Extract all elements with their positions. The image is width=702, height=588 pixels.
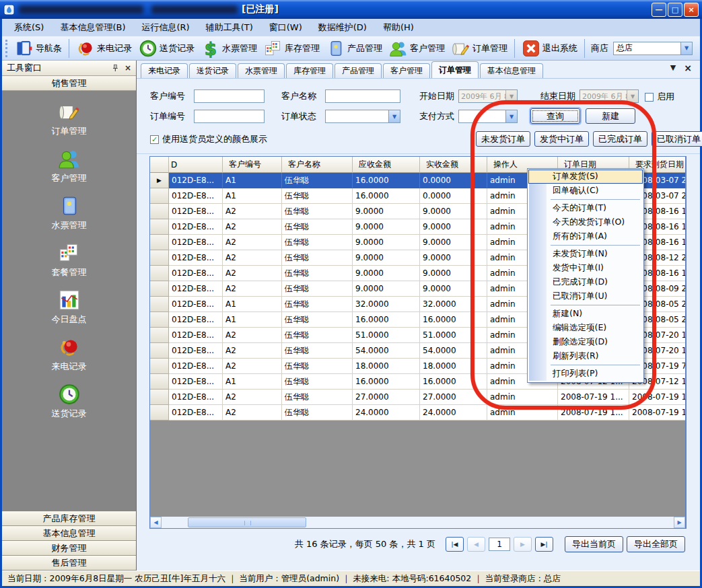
order-no-input[interactable]: [194, 110, 265, 123]
inventory-button[interactable]: 库存管理: [260, 38, 323, 59]
menu-item[interactable]: 基本信息管理(B): [52, 19, 133, 36]
page-number-input[interactable]: [489, 538, 510, 551]
menu-item[interactable]: 系统(S): [6, 19, 52, 36]
context-menu-item[interactable]: 删除选定项(D): [529, 335, 642, 349]
row-selector-cell[interactable]: ▶: [150, 281, 169, 297]
customer-name-input[interactable]: [325, 89, 400, 103]
first-page-button[interactable]: |◀: [446, 537, 464, 552]
table-row[interactable]: ▶ 012D-E8... A2 伍华聪 27.0000 27.0000 admi…: [150, 390, 685, 405]
context-menu-item[interactable]: 今天的订单(T): [529, 201, 642, 215]
maximize-button[interactable]: □: [668, 3, 682, 17]
new-button[interactable]: 新建: [586, 108, 635, 124]
pay-method-select[interactable]: ▼: [458, 110, 518, 123]
tab-close-icon[interactable]: ×: [684, 63, 692, 73]
row-selector-cell[interactable]: ▶: [150, 374, 169, 390]
dropdown-arrow-icon[interactable]: ▼: [680, 42, 692, 54]
row-selector-cell[interactable]: ▶: [150, 359, 169, 374]
customer-no-input[interactable]: [194, 89, 265, 103]
sidebar-item-daily-check[interactable]: 今日盘点: [52, 289, 87, 326]
context-menu-item[interactable]: 新建(N): [529, 307, 642, 321]
column-header-received[interactable]: 实收金额: [420, 157, 487, 173]
sidebar-item-customers[interactable]: 客户管理: [52, 147, 87, 184]
row-selector-cell[interactable]: ▶: [150, 405, 169, 420]
row-selector-cell[interactable]: ▶: [150, 173, 169, 188]
store-combobox[interactable]: 总店 ▼: [613, 42, 693, 55]
context-menu-item[interactable]: 未发货订单(N): [529, 247, 642, 261]
next-page-button[interactable]: ▶: [514, 537, 532, 552]
row-selector-cell[interactable]: ▶: [150, 343, 169, 359]
menu-item[interactable]: 帮助(H): [375, 19, 422, 36]
menu-item[interactable]: 数据维护(D): [310, 19, 375, 36]
menu-item[interactable]: 运行信息(R): [133, 19, 197, 36]
row-selector-cell[interactable]: ▶: [150, 235, 169, 250]
row-selector-cell[interactable]: ▶: [150, 266, 169, 281]
dropdown-arrow-icon[interactable]: ▼: [627, 90, 638, 102]
tab[interactable]: 水票管理: [238, 63, 285, 78]
order-status-filter-button[interactable]: 未发货订单: [476, 131, 530, 147]
column-header-customer-name[interactable]: 客户名称: [282, 157, 353, 173]
row-selector-cell[interactable]: ▶: [150, 219, 169, 235]
order-status-select[interactable]: ▼: [325, 110, 400, 123]
sidebar-group-sales[interactable]: 销售管理: [2, 76, 136, 91]
row-selector-cell[interactable]: ▶: [150, 204, 169, 219]
incoming-call-button[interactable]: 来电记录: [73, 38, 135, 59]
row-selector-cell[interactable]: ▶: [150, 328, 169, 343]
tab[interactable]: 来电记录: [141, 63, 188, 78]
row-selector-cell[interactable]: ▶: [150, 297, 169, 312]
export-all-pages-button[interactable]: 导出全部页: [627, 536, 685, 552]
row-selector-cell[interactable]: ▶: [150, 250, 169, 266]
sidebar-item-orders[interactable]: 订单管理: [52, 100, 87, 137]
horizontal-scrollbar[interactable]: ◀ ▶: [150, 517, 685, 528]
dropdown-arrow-icon[interactable]: ▼: [505, 90, 517, 102]
column-header-receivable[interactable]: 应收金额: [353, 157, 420, 173]
context-menu-item[interactable]: 已取消订单(U): [529, 289, 642, 303]
enable-checkbox[interactable]: 启用: [645, 91, 674, 103]
context-menu-item[interactable]: 发货中订单(I): [529, 261, 642, 275]
customer-button[interactable]: 客户管理: [386, 38, 448, 59]
order-status-filter-button[interactable]: 已取消订单: [652, 131, 702, 147]
context-menu-item[interactable]: 订单发货(S): [528, 170, 643, 184]
order-status-filter-button[interactable]: 已完成订单: [593, 131, 647, 147]
exit-button[interactable]: 退出系统: [518, 38, 581, 59]
close-icon[interactable]: ×: [125, 63, 131, 73]
context-menu-item[interactable]: 打印列表(P): [529, 367, 642, 381]
menu-item[interactable]: 窗口(W): [261, 19, 310, 36]
context-menu-item[interactable]: 今天的发货订单(O): [529, 215, 642, 229]
sidebar-item-incoming-calls[interactable]: 来电记录: [52, 336, 87, 373]
checkbox-box[interactable]: [645, 93, 654, 102]
tab[interactable]: 客户管理: [383, 63, 430, 78]
product-button[interactable]: 产品管理: [323, 38, 386, 59]
tab[interactable]: 送货记录: [189, 63, 236, 78]
pin-icon[interactable]: [111, 64, 119, 73]
sidebar-item-deliveries[interactable]: 送货记录: [52, 383, 87, 420]
start-date-picker[interactable]: 2009年 6月 8日 ▼: [458, 89, 518, 103]
delivery-record-button[interactable]: 送货记录: [135, 38, 198, 59]
tab[interactable]: 基本信息管理: [480, 63, 543, 78]
checkbox-check-icon[interactable]: ✓: [150, 135, 159, 144]
context-menu-item[interactable]: 所有的订单(A): [529, 229, 642, 244]
context-menu-item[interactable]: 刷新列表(R): [529, 349, 642, 363]
end-date-picker[interactable]: 2009年 6月 8日 ▼: [580, 89, 639, 103]
last-page-button[interactable]: ▶|: [535, 537, 553, 552]
table-row[interactable]: ▶ 012D-E8... A2 伍华聪 24.0000 24.0000 admi…: [150, 405, 685, 420]
row-selector-cell[interactable]: ▶: [150, 390, 169, 405]
prev-page-button[interactable]: ◀: [467, 537, 485, 552]
search-button[interactable]: 查询: [530, 108, 580, 124]
menu-item[interactable]: 辅助工具(T): [198, 19, 261, 36]
delivery-color-checkbox[interactable]: ✓ 使用送货员定义的颜色展示: [150, 133, 267, 145]
minimize-button[interactable]: —: [652, 3, 666, 17]
column-header-customer-no[interactable]: 客户编号: [223, 157, 282, 173]
dropdown-arrow-icon[interactable]: ▼: [388, 110, 400, 122]
scroll-left-icon[interactable]: ◀: [150, 517, 162, 528]
sidebar-group[interactable]: 售后管理: [2, 556, 136, 571]
sidebar-group[interactable]: 财务管理: [2, 541, 136, 556]
export-current-page-button[interactable]: 导出当前页: [565, 536, 623, 552]
order-status-filter-button[interactable]: 发货中订单: [534, 131, 589, 147]
sidebar-item-water-tickets[interactable]: 水票管理: [52, 194, 87, 231]
row-selector-cell[interactable]: ▶: [150, 188, 169, 204]
context-menu-item[interactable]: 编辑选定项(E): [529, 321, 642, 335]
sidebar-group[interactable]: 产品库存管理: [2, 511, 136, 526]
navigator-button[interactable]: 导航条: [11, 38, 65, 59]
close-button[interactable]: ×: [684, 3, 699, 17]
tab[interactable]: 库存管理: [286, 63, 333, 78]
